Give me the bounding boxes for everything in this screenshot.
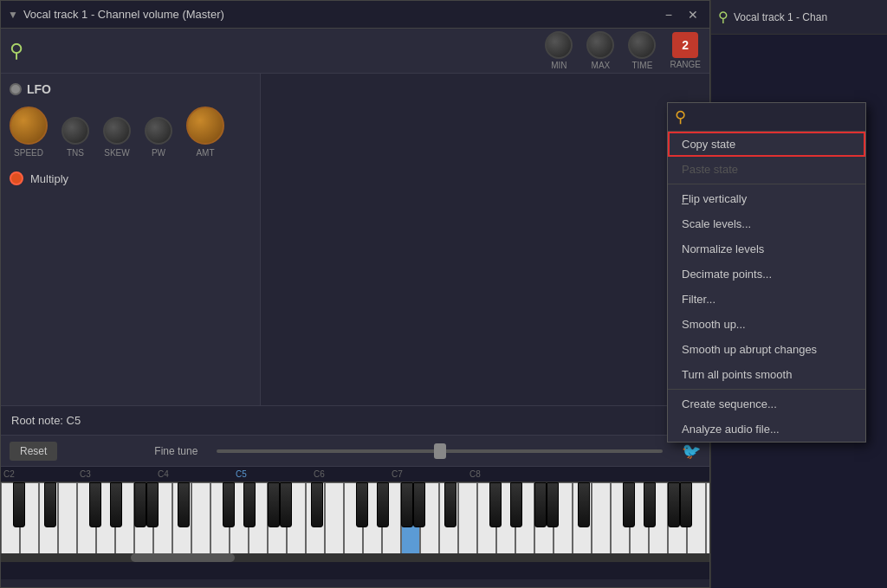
lfo-panel: LFO SPEED TNS SKEW PW (1, 74, 261, 405)
menu-item-create-sequence[interactable]: Create sequence... (668, 391, 865, 417)
piano-c7-label: C7 (389, 469, 467, 479)
reset-button[interactable]: Reset (10, 442, 57, 461)
max-knob[interactable] (586, 31, 614, 59)
piano-white-key[interactable] (401, 482, 420, 553)
piano-white-key[interactable] (287, 482, 306, 553)
menu-item-smooth-up[interactable]: Smooth up... (668, 312, 865, 337)
speed-knob[interactable] (10, 107, 48, 145)
minimize-button[interactable]: − (661, 6, 677, 23)
tns-knob[interactable] (62, 117, 89, 145)
piano-white-key[interactable] (172, 482, 191, 553)
piano-white-key[interactable] (96, 482, 115, 553)
piano-white-key[interactable] (325, 482, 344, 553)
piano-white-key[interactable] (592, 482, 611, 553)
tool-icon[interactable]: ⚲ (10, 40, 23, 62)
piano-keyboard: C2 C3 C4 C5 C6 C7 C8 (1, 467, 709, 579)
piano-white-key[interactable] (249, 482, 268, 553)
piano-c5-label: C5 (233, 469, 311, 479)
menu-divider-2 (668, 389, 865, 390)
piano-white-key[interactable] (630, 482, 649, 553)
piano-white-key[interactable] (611, 482, 630, 553)
lfo-title: LFO (27, 82, 51, 96)
time-knob-container: TIME (628, 31, 656, 70)
menu-item-flip-vertically[interactable]: Flip vertically (668, 186, 865, 211)
range-label: RANGE (670, 60, 701, 69)
multiply-label: Multiply (30, 172, 68, 185)
piano-white-key[interactable] (477, 482, 496, 553)
piano-white-key[interactable] (573, 482, 592, 553)
piano-white-key[interactable] (306, 482, 325, 553)
piano-white-key[interactable] (363, 482, 382, 553)
piano-white-key[interactable] (58, 482, 77, 553)
piano-c2-label: C2 (1, 469, 77, 479)
piano-white-key[interactable] (554, 482, 573, 553)
title-arrow-icon: ▼ (8, 9, 18, 21)
piano-white-key[interactable] (687, 482, 706, 553)
time-knob[interactable] (628, 31, 656, 59)
title-bar: ▼ Vocal track 1 - Channel volume (Master… (1, 1, 709, 29)
piano-c4-label: C4 (155, 469, 233, 479)
piano-white-key[interactable] (534, 482, 554, 553)
piano-white-key[interactable] (458, 482, 477, 553)
root-note-bar: Root note: C5 (1, 406, 709, 436)
piano-white-key[interactable] (668, 482, 687, 553)
piano-white-key[interactable] (115, 482, 134, 553)
menu-item-decimate-points[interactable]: Decimate points... (668, 262, 865, 287)
menu-item-scale-levels[interactable]: Scale levels... (668, 211, 865, 236)
piano-white-key[interactable] (39, 482, 58, 553)
menu-item-filter[interactable]: Filter... (668, 287, 865, 312)
skew-label: SKEW (104, 148, 129, 158)
piano-white-key[interactable] (77, 482, 96, 553)
piano-white-key[interactable] (191, 482, 210, 553)
menu-item-analyze-audio[interactable]: Analyze audio file... (668, 417, 865, 442)
menu-item-paste-state: Paste state (668, 157, 865, 182)
piano-white-key[interactable] (20, 482, 39, 553)
piano-white-key[interactable] (649, 482, 668, 553)
menu-item-normalize-levels[interactable]: Normalize levels (668, 236, 865, 262)
right-panel-header: ⚲ Vocal track 1 - Chan (711, 0, 887, 35)
root-note-text: Root note: C5 (11, 414, 81, 427)
piano-scrollbar-thumb[interactable] (131, 553, 235, 562)
piano-white-key[interactable] (439, 482, 458, 553)
menu-gear-icon: ⚲ (675, 107, 686, 126)
menu-item-smooth-up-abrupt[interactable]: Smooth up abrupt changes (668, 337, 865, 362)
pw-knob[interactable] (145, 117, 172, 145)
fine-tune-label: Fine tune (154, 445, 197, 457)
lfo-header: LFO (10, 82, 251, 96)
piano-white-key[interactable] (496, 482, 515, 553)
bird-icon[interactable]: 🐦 (682, 442, 701, 461)
piano-white-key[interactable] (210, 482, 230, 553)
window-title: Vocal track 1 - Channel volume (Master) (23, 8, 656, 21)
piano-white-key[interactable] (382, 482, 401, 553)
piano-white-key[interactable] (344, 482, 363, 553)
automation-area (261, 74, 709, 405)
piano-keys-area (1, 482, 709, 553)
piano-white-key[interactable] (134, 482, 153, 553)
skew-knob[interactable] (103, 117, 131, 145)
amt-knob[interactable] (186, 107, 224, 145)
close-button[interactable]: ✕ (683, 6, 702, 23)
piano-scrollbar[interactable] (1, 553, 709, 562)
piano-white-key[interactable] (706, 482, 709, 553)
piano-c6-label: C6 (311, 469, 389, 479)
piano-white-key[interactable] (153, 482, 172, 553)
piano-white-key[interactable] (268, 482, 287, 553)
white-keys (1, 482, 709, 553)
menu-item-turn-all-smooth[interactable]: Turn all points smooth (668, 362, 865, 387)
fine-tune-thumb[interactable] (434, 443, 446, 459)
bottom-section: Root note: C5 Reset Fine tune 🐦 C2 C3 C4… (1, 405, 709, 587)
fine-tune-slider[interactable] (217, 449, 663, 453)
toolbar: ⚲ MIN MAX TIME 2 RANGE (1, 29, 709, 74)
menu-item-copy-state[interactable]: Copy state (668, 132, 865, 157)
max-label: MAX (592, 61, 611, 70)
min-knob[interactable] (545, 31, 573, 59)
piano-white-key[interactable] (1, 482, 20, 553)
piano-white-key[interactable] (230, 482, 249, 553)
piano-white-key[interactable] (515, 482, 534, 553)
piano-white-key[interactable] (420, 482, 439, 553)
tns-knob-wrap: TNS (62, 117, 89, 158)
time-label: TIME (631, 61, 652, 70)
piano-c8-label: C8 (467, 469, 545, 479)
multiply-indicator[interactable] (10, 171, 23, 185)
range-container: 2 RANGE (670, 32, 701, 69)
